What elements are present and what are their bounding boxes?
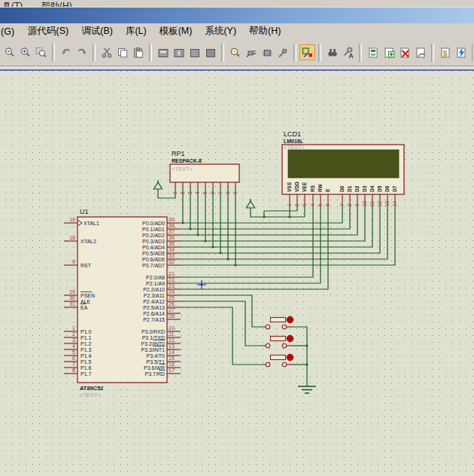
svg-text:P2.3/A11: P2.3/A11 (144, 293, 165, 298)
toolbar-component-mode-button[interactable] (299, 44, 315, 60)
toolbar-find-component-button[interactable] (324, 44, 340, 60)
svg-text:31: 31 (69, 301, 75, 307)
button-actuator-1[interactable] (287, 316, 293, 323)
svg-text:11: 11 (369, 201, 375, 206)
lcd1-pin-d2[interactable]: D29 (354, 185, 360, 206)
lcd1-lm016l-display[interactable]: LCD1LM016L<TEXT>VSS1VDD2VEE3RS4RW5E6D07D… (282, 130, 404, 206)
svg-text:P0.3/AD3: P0.3/AD3 (142, 239, 165, 244)
svg-text:P0.5/AD5: P0.5/AD5 (142, 251, 165, 256)
wire[interactable] (181, 205, 387, 259)
toolbar-device-chip-button[interactable] (259, 44, 275, 60)
svg-text:VEE: VEE (302, 182, 307, 192)
toolbar-terminal-plug-button[interactable] (243, 44, 259, 60)
toolbar-zoom-area-button[interactable] (33, 44, 49, 60)
toolbar-block-copy-button[interactable] (155, 44, 171, 60)
push-button-1[interactable] (263, 316, 293, 329)
svg-text:14: 14 (169, 349, 175, 355)
svg-text:P0.1/AD1: P0.1/AD1 (142, 227, 165, 232)
svg-text:15: 15 (169, 355, 175, 361)
u1-at89c52-chip[interactable]: U1AT89C52<TEXT>19XTAL118XTAL29RST29PSEN3… (64, 208, 181, 398)
toolbar-cut-button[interactable] (99, 44, 114, 60)
button-actuator-3[interactable] (287, 354, 293, 361)
power-symbol-lcd[interactable] (247, 199, 255, 208)
wire[interactable] (264, 205, 297, 217)
toolbar-block-rotate-button[interactable] (187, 44, 202, 60)
toolbar-copy-button[interactable] (114, 44, 130, 60)
toolbar-goto-sheet-button[interactable] (412, 44, 428, 60)
menu-item-help[interactable]: 帮助(H) (245, 24, 284, 38)
svg-text:37: 37 (169, 229, 175, 234)
lcd1-pin-rw[interactable]: RW5 (318, 183, 323, 206)
rp1-respack8[interactable]: RP1RESPACK-8<TEXT>123456789 (170, 150, 239, 194)
svg-text:7: 7 (72, 362, 75, 367)
proteus-isis-window: 具(T)帮助(H) (G)源代码(S)调试(B)库(L)模板(M)系统(Y)帮助… (0, 0, 474, 476)
toolbar-design-explorer-button[interactable] (365, 44, 381, 60)
svg-text:33: 33 (169, 253, 175, 258)
toolbar-undo-button[interactable] (58, 44, 74, 60)
toolbar-zoom-in-button[interactable] (17, 44, 33, 60)
svg-text:P1.5: P1.5 (81, 359, 92, 365)
push-button-2[interactable] (263, 335, 293, 348)
menu-item-template[interactable]: 模板(M) (156, 24, 196, 38)
ground-symbol[interactable] (298, 386, 316, 393)
rp1-value-label: RESPACK-8 (172, 158, 202, 163)
lcd1-pin-d1[interactable]: D18 (347, 185, 352, 206)
svg-text:D1: D1 (347, 185, 352, 192)
svg-text:6: 6 (325, 203, 330, 206)
lcd1-pin-d4[interactable]: D411 (369, 185, 375, 206)
wire[interactable] (293, 327, 307, 386)
lcd1-pin-d6[interactable]: D613 (384, 185, 390, 206)
toolbar-electrical-check-button[interactable] (453, 44, 469, 60)
power-symbol-rp1[interactable] (154, 180, 163, 189)
lcd1-pin-d0[interactable]: D07 (339, 185, 345, 206)
svg-text:XTAL1: XTAL1 (84, 221, 99, 226)
menu-item-debug[interactable]: 调试(B) (77, 24, 117, 38)
menu-item-drawing[interactable]: (G) (0, 26, 18, 38)
lcd1-pin-e[interactable]: E6 (325, 188, 330, 206)
wire[interactable] (181, 307, 263, 365)
svg-text:P3.4/T0: P3.4/T0 (146, 353, 165, 359)
svg-text:D0: D0 (339, 185, 345, 192)
lcd1-pin-d7[interactable]: D714 (392, 185, 397, 206)
wire[interactable] (181, 205, 342, 223)
svg-text:P2.6/A14: P2.6/A14 (143, 311, 165, 316)
device-chip-icon (261, 47, 273, 59)
svg-text:P0.7/AD7: P0.7/AD7 (142, 263, 165, 268)
svg-text:4: 4 (195, 191, 200, 194)
svg-text:P0.6/AD6: P0.6/AD6 (142, 257, 165, 262)
toolbar-property-tool-button[interactable]: A (340, 44, 356, 60)
wire[interactable] (251, 208, 305, 217)
toolbar-block-delete-button[interactable] (202, 44, 218, 60)
push-button-3[interactable] (263, 354, 293, 367)
svg-text:24: 24 (169, 289, 175, 294)
toolbar-block-move-button[interactable] (171, 44, 187, 60)
toolbar-paste-button[interactable] (130, 44, 146, 60)
menu-item-system[interactable]: 系统(Y) (201, 24, 240, 38)
wire[interactable] (181, 205, 357, 235)
svg-text:29: 29 (69, 289, 75, 294)
wire[interactable] (181, 301, 263, 346)
toolbar-zoom-out-button[interactable] (2, 44, 17, 60)
lcd1-pin-d3[interactable]: D310 (362, 185, 367, 206)
menu-item-library[interactable]: 库(L) (122, 24, 150, 38)
toolbar-redo-button[interactable] (74, 44, 90, 60)
lcd1-pin-d5[interactable]: D512 (377, 185, 382, 206)
svg-text:D3: D3 (362, 185, 367, 192)
menu-item-source[interactable]: 源代码(S) (24, 24, 72, 38)
button-actuator-2[interactable] (287, 335, 293, 342)
toolbar-zoom-select-button[interactable] (227, 44, 243, 60)
toolbar-new-sheet-button[interactable] (381, 44, 397, 60)
toolbar-hammer-tool-button[interactable] (275, 44, 290, 60)
toolbar-bill-of-materials-button[interactable]: $ (437, 44, 453, 60)
paste-icon (132, 47, 144, 59)
background-menu-fragment: 具(T) (2, 0, 23, 7)
toolbar-remove-sheet-button[interactable] (397, 44, 412, 60)
svg-text:PSEN: PSEN (81, 293, 95, 298)
svg-text:3: 3 (72, 337, 75, 343)
svg-text:P3.0/RXD: P3.0/RXD (141, 329, 165, 334)
svg-text:13: 13 (169, 343, 175, 349)
titlebar[interactable] (0, 7, 474, 23)
svg-text:P1.4: P1.4 (81, 353, 92, 359)
lcd1-pin-rs[interactable]: RS4 (310, 185, 315, 206)
wire[interactable] (181, 295, 263, 327)
